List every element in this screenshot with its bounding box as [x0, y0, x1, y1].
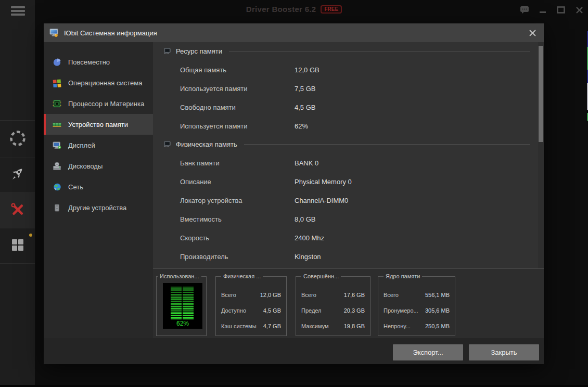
info-row: Используется памяти 62% [153, 117, 544, 135]
sidebar-item-memory[interactable]: Устройство памяти [44, 114, 153, 135]
sidebar-item-network[interactable]: Сеть [44, 176, 153, 197]
sidebar-item-other-devices[interactable]: Другие устройства [44, 197, 153, 218]
section-divider [244, 144, 530, 145]
other-device-icon [53, 203, 61, 212]
network-globe-icon [53, 183, 61, 191]
sidebar-item-display[interactable]: Дисплей [44, 135, 153, 156]
section-divider [229, 51, 530, 51]
sidebar-item-general[interactable]: Повсеместно [44, 51, 153, 72]
gauge-percent: 62% [163, 320, 202, 327]
info-row: Производитель Kingston [153, 247, 544, 266]
panel-row: Всего 12,0 GB [221, 287, 281, 303]
section-physical-memory: Физическая память [153, 135, 544, 153]
dialog-title: IObit Системная информация [64, 29, 157, 37]
iobit-monitor-icon [49, 28, 59, 37]
gauge-bars [171, 287, 194, 319]
maximize-button[interactable] [555, 5, 567, 15]
memory-usage-gauge: 62% [163, 283, 202, 329]
panel-row: Пронумеро... 305,6 MB [384, 303, 450, 318]
info-row: Описание Physical Memory 0 [153, 172, 544, 191]
window-bottom-edge [0, 385, 588, 387]
feedback-bubble-icon[interactable] [519, 5, 530, 15]
app-window: Driver Booster 6.2 FREE [0, 0, 588, 387]
panel-row: Доступно 4,5 GB [221, 303, 281, 318]
panel-row: Максимум 19,8 GB [301, 318, 365, 334]
dialog-sidebar: Повсеместно Операционная система Процесс… [44, 42, 153, 338]
info-row: Вместимость 8,0 GB [153, 210, 544, 228]
kernel-memory-panel: Ядро памяти Всего 556,1 MB Пронумеро... … [378, 276, 455, 336]
rocket-icon [9, 165, 27, 185]
chip-icon [163, 141, 171, 148]
toolbar-boost-button[interactable] [0, 158, 35, 192]
info-row: Общая память 12,0 GB [153, 60, 544, 79]
chip-icon [163, 48, 171, 55]
app-titlebar: Driver Booster 6.2 FREE [0, 5, 588, 14]
usage-gauge-panel: Использован... 62% [156, 276, 207, 336]
free-badge: FREE [321, 5, 342, 14]
close-button[interactable]: Закрыть [469, 344, 539, 360]
scan-circle-icon [8, 129, 27, 150]
sidebar-item-cpu[interactable]: Процессор и Материнка [44, 93, 153, 114]
system-info-dialog: IObit Системная информация Повсеместно О… [44, 23, 544, 364]
panel-legend: Использован... [158, 273, 201, 279]
info-row: Используется памяти 7,5 GB [153, 79, 544, 98]
close-window-button[interactable] [573, 5, 585, 15]
section-title: Физическая память [176, 140, 237, 148]
info-row: Свободно памяти 4,5 GB [153, 98, 544, 117]
panel-row: Непрону... 250,5 MB [384, 318, 450, 334]
panel-legend: Физическая ... [221, 273, 263, 279]
info-row: Локатор устройства ChannelA-DIMM0 [153, 191, 544, 210]
disk-drive-icon [53, 162, 61, 171]
panel-row: Всего 17,6 GB [301, 287, 365, 303]
display-icon [53, 141, 61, 150]
section-title: Ресурс памяти [176, 47, 222, 55]
grid-apps-icon [11, 238, 24, 254]
toolbar-scan-button[interactable] [0, 120, 35, 158]
info-row: Банк памяти BANK 0 [153, 153, 544, 172]
scrollbar-thumb[interactable] [539, 46, 543, 142]
commit-charge-panel: Совершённ... Всего 17,6 GB Предел 20,3 G… [296, 276, 370, 336]
export-button[interactable]: Экспорт... [393, 344, 463, 360]
info-row: Скорость 2400 Mhz [153, 228, 544, 247]
hamburger-menu-icon[interactable] [11, 6, 25, 16]
dialog-titlebar: IObit Системная информация [44, 23, 544, 42]
panel-legend: Ядро памяти [384, 273, 422, 279]
ram-icon [53, 120, 61, 129]
windows-logo-icon [53, 79, 61, 87]
memory-info-content: Ресурс памяти Общая память 12,0 GB Испол… [153, 42, 544, 269]
window-controls [519, 5, 585, 15]
panel-legend: Совершённ... [301, 273, 341, 279]
cpu-chip-icon [53, 99, 61, 108]
sidebar-item-drives[interactable]: Дисководы [44, 156, 153, 176]
physical-memory-panel: Физическая ... Всего 12,0 GB Доступно 4,… [215, 276, 287, 336]
pie-chart-icon [53, 58, 61, 67]
notification-dot [29, 234, 32, 237]
scrollbar-track[interactable] [538, 42, 544, 269]
sidebar-item-os[interactable]: Операционная система [44, 72, 153, 93]
left-toolbar [0, 0, 35, 385]
panel-row: Всего 556,1 MB [384, 287, 450, 303]
memory-summary-panels: Использован... 62% Физическая ... Всего … [153, 269, 544, 338]
toolbar-tools-button[interactable] [0, 192, 35, 228]
app-title-text: Driver Booster 6.2 [246, 5, 316, 14]
active-indicator [44, 114, 46, 135]
panel-row: Кэш системы 4,7 GB [221, 318, 281, 334]
crossed-tools-icon [9, 201, 27, 221]
minimize-button[interactable] [537, 5, 548, 15]
dialog-close-button[interactable] [525, 25, 540, 40]
panel-row: Предел 20,3 GB [301, 303, 365, 318]
dialog-footer: Экспорт... Закрыть [44, 338, 544, 364]
section-memory-resource: Ресурс памяти [153, 42, 544, 60]
